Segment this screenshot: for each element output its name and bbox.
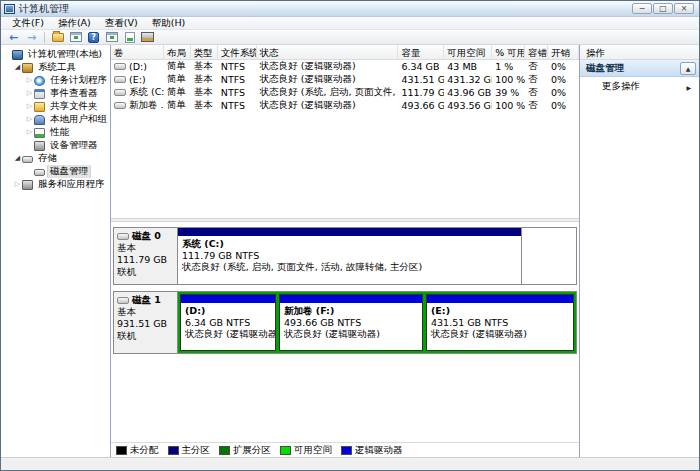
column-header-capacity[interactable]: 容量 <box>398 45 444 59</box>
partition-f-new-volume[interactable]: 新加卷 (F:) 493.66 GB NTFS 状态良好 (逻辑驱动器) <box>279 294 423 351</box>
main-area: 计算机管理(本地) 系统工具 任务计划程序 事件查看器 共享文件夹 <box>1 45 699 457</box>
disk-icon <box>117 233 129 240</box>
expander-collapsed-icon[interactable] <box>13 180 22 189</box>
volume-row-d[interactable]: (D:) 简单 基本 NTFS 状态良好 (逻辑驱动器) 6.34 GB 43 … <box>111 60 579 73</box>
menu-bar: 文件(F) 操作(A) 查看(V) 帮助(H) <box>1 17 699 30</box>
forward-icon: → <box>27 32 36 43</box>
performance-icon <box>34 128 45 138</box>
back-icon: ← <box>9 32 18 43</box>
graphical-view: 磁盘 0 基本 111.79 GB 联机 系统 (C:) 111.79 GB N… <box>111 222 579 457</box>
close-button[interactable]: × <box>674 3 694 14</box>
forward-button[interactable]: → <box>24 31 39 44</box>
computer-icon <box>12 50 23 60</box>
window-controls: − □ × <box>632 3 696 14</box>
drive-icon <box>114 76 126 83</box>
legend: 未分配 主分区 扩展分区 可用空间 <box>111 442 579 457</box>
tree-item-device-manager[interactable]: 设备管理器 <box>1 139 110 152</box>
menu-file[interactable]: 文件(F) <box>5 17 51 30</box>
back-button[interactable]: ← <box>6 31 21 44</box>
disk-0-label[interactable]: 磁盘 0 基本 111.79 GB 联机 <box>114 228 178 284</box>
show-hide-console-tree-button[interactable] <box>50 31 65 44</box>
tree-item-shared-folders[interactable]: 共享文件夹 <box>1 100 110 113</box>
tree-item-system-tools[interactable]: 系统工具 <box>1 61 110 74</box>
computer-management-window: 计算机管理 − □ × 文件(F) 操作(A) 查看(V) 帮助(H) ← → … <box>0 0 700 471</box>
extended-partition-container: (D:) 6.34 GB NTFS 状态良好 (逻辑驱动器) 新加卷 (F:) … <box>178 292 576 353</box>
expander-collapsed-icon[interactable] <box>25 89 34 98</box>
column-header-layout[interactable]: 布局 <box>164 45 191 59</box>
services-and-applications-icon <box>22 180 33 190</box>
column-header-overhead[interactable]: 开销 <box>548 45 579 59</box>
actions-pane-title: 操作 <box>580 45 699 60</box>
drive-icon <box>114 63 126 70</box>
toolbar-separator <box>44 32 45 43</box>
maximize-button[interactable]: □ <box>653 3 673 14</box>
volume-row-new-volume-f[interactable]: 新加卷 … 简单 基本 NTFS 状态良好 (逻辑驱动器) 493.66 GB … <box>111 99 579 112</box>
column-header-status[interactable]: 状态 <box>257 45 399 59</box>
logical-drive-color-bar <box>181 295 275 303</box>
expander-expanded-icon[interactable] <box>13 63 22 72</box>
legend-primary-partition: 主分区 <box>168 444 211 457</box>
legend-extended-partition: 扩展分区 <box>219 444 271 457</box>
tree-item-task-scheduler[interactable]: 任务计划程序 <box>1 74 110 87</box>
column-header-pct-free[interactable]: % 可用 <box>492 45 525 59</box>
tree-item-computer-management[interactable]: 计算机管理(本地) <box>1 48 110 61</box>
minimize-button[interactable]: − <box>632 3 652 14</box>
volume-list-header: 卷 布局 类型 文件系统 状态 容量 可用空间 % 可用 容错 开销 <box>111 45 579 60</box>
expander-collapsed-icon[interactable] <box>25 102 34 111</box>
tree-item-event-viewer[interactable]: 事件查看器 <box>1 87 110 100</box>
status-bar <box>1 457 699 470</box>
event-viewer-icon <box>34 89 45 99</box>
column-header-type[interactable]: 类型 <box>191 45 218 59</box>
menu-view[interactable]: 查看(V) <box>98 17 145 30</box>
title-bar: 计算机管理 − □ × <box>1 1 699 17</box>
partition-e[interactable]: (E:) 431.51 GB NTFS 状态良好 (逻辑驱动器) <box>426 294 574 351</box>
device-manager-icon <box>34 141 45 151</box>
tree-item-disk-management[interactable]: 磁盘管理 <box>1 165 110 178</box>
unallocated-color-swatch <box>116 446 127 455</box>
toolbar: ← → ? <box>1 30 699 45</box>
users-and-groups-icon <box>34 115 45 125</box>
column-header-fault-tolerance[interactable]: 容错 <box>525 45 548 59</box>
help-button[interactable]: ? <box>86 31 101 44</box>
menu-action[interactable]: 操作(A) <box>51 17 98 30</box>
disk-1-row: 磁盘 1 基本 931.51 GB 联机 (D:) 6.34 GB NTFS <box>113 291 577 354</box>
disk-1-label[interactable]: 磁盘 1 基本 931.51 GB 联机 <box>114 292 178 353</box>
properties-button[interactable] <box>68 31 83 44</box>
disk-management-toolbar-button[interactable] <box>140 31 155 44</box>
refresh-button[interactable] <box>122 31 137 44</box>
partition-d[interactable]: (D:) 6.34 GB NTFS 状态良好 (逻辑驱动器) <box>180 294 276 351</box>
tree-item-local-users-groups[interactable]: 本地用户和组 <box>1 113 110 126</box>
show-hide-action-pane-button[interactable] <box>104 31 119 44</box>
computer-management-icon <box>4 4 15 14</box>
menu-help[interactable]: 帮助(H) <box>145 17 193 30</box>
tree-item-storage[interactable]: 存储 <box>1 152 110 165</box>
expander-collapsed-icon[interactable] <box>25 115 34 124</box>
shared-folders-icon <box>34 102 45 112</box>
primary-partition-color-bar <box>178 228 521 236</box>
tree-item-performance[interactable]: 性能 <box>1 126 110 139</box>
column-header-filesystem[interactable]: 文件系统 <box>218 45 257 59</box>
tree-item-services-applications[interactable]: 服务和应用程序 <box>1 178 110 191</box>
system-tools-icon <box>22 63 33 73</box>
primary-partition-color-swatch <box>168 446 179 455</box>
volume-row-e[interactable]: (E:) 简单 基本 NTFS 状态良好 (逻辑驱动器) 431.51 GB 4… <box>111 73 579 86</box>
column-header-volume[interactable]: 卷 <box>111 45 164 59</box>
drive-icon <box>114 89 126 96</box>
expander-collapsed-icon[interactable] <box>25 128 34 137</box>
legend-free-space: 可用空间 <box>280 444 332 457</box>
console-tree: 计算机管理(本地) 系统工具 任务计划程序 事件查看器 共享文件夹 <box>1 45 111 457</box>
column-header-free-space[interactable]: 可用空间 <box>444 45 492 59</box>
actions-section-disk-management[interactable]: 磁盘管理 <box>580 60 699 77</box>
expander-expanded-icon[interactable] <box>13 154 22 163</box>
more-actions-item[interactable]: 更多操作 <box>580 77 699 95</box>
expander-collapsed-icon[interactable] <box>25 76 34 85</box>
logical-drive-color-bar <box>427 295 573 303</box>
disk-stack-icon <box>141 32 154 42</box>
logical-drive-color-bar <box>280 295 422 303</box>
extended-partition-color-swatch <box>219 446 230 455</box>
volume-row-c-system[interactable]: 系统 (C:) 简单 基本 NTFS 状态良好 (系统, 启动, 页面文件, 活… <box>111 86 579 99</box>
partition-c-system[interactable]: 系统 (C:) 111.79 GB NTFS 状态良好 (系统, 启动, 页面文… <box>178 228 522 284</box>
window-title: 计算机管理 <box>19 2 69 16</box>
collapse-section-button[interactable] <box>680 62 696 75</box>
disk-0-row: 磁盘 0 基本 111.79 GB 联机 系统 (C:) 111.79 GB N… <box>113 227 577 285</box>
